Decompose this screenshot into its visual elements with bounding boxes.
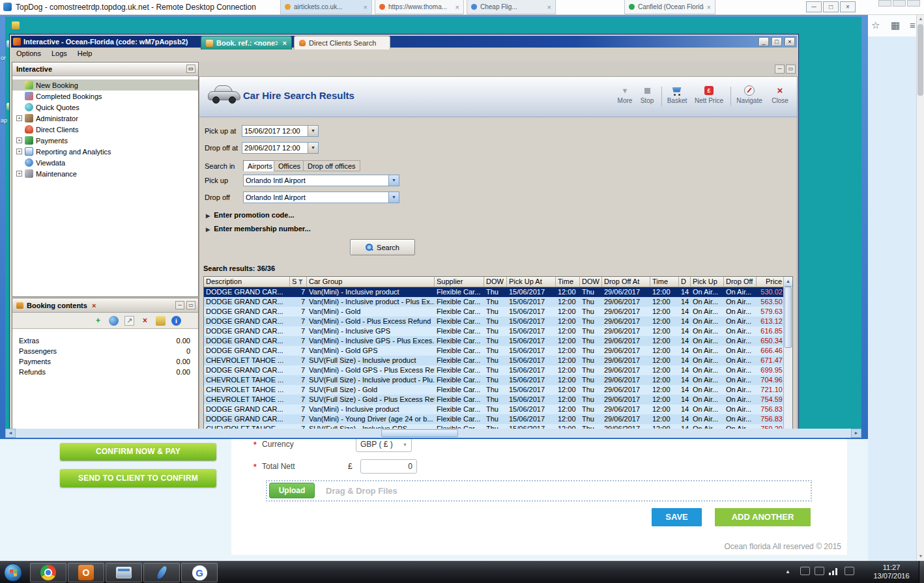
upload-button[interactable]: Upload (269, 483, 315, 498)
column-header-supplier[interactable]: Supplier (435, 277, 484, 287)
maximize-button[interactable]: □ (823, 1, 839, 12)
stop-button[interactable]: Stop (637, 84, 657, 111)
more-button[interactable]: ▼ More (614, 84, 636, 111)
result-row[interactable]: DODGE GRAND CAR...7Van(Mini) - Young Dri… (204, 414, 792, 424)
add-another-button[interactable]: ADD ANOTHER (715, 508, 811, 526)
column-header-seats[interactable]: S (290, 277, 307, 287)
scrollbar-thumb[interactable] (381, 429, 458, 437)
result-row[interactable]: DODGE GRAND CAR...7Van(Mini) - Inclusive… (204, 287, 792, 297)
panel-restore-icon[interactable]: ▭ (186, 64, 195, 73)
taskbar-app-feather[interactable] (143, 563, 180, 582)
confirm-now-pay-button[interactable]: CONFIRM NOW & PAY (60, 443, 216, 461)
result-row[interactable]: DODGE GRAND CAR...7Van(Mini) - Inclusive… (204, 326, 792, 336)
column-header-drop_off[interactable]: Drop Off (724, 277, 757, 287)
rdp-horizontal-scrollbar[interactable]: ◄ ► (5, 429, 861, 438)
panel-restore-icon[interactable]: ▭ (186, 301, 195, 309)
basket-button[interactable]: Basket (663, 84, 691, 111)
menu-help[interactable]: Help (72, 49, 98, 58)
booking-contents-row-extras[interactable]: Extras0.00 (12, 335, 198, 346)
nett-price-button[interactable]: £ Nett Price (691, 84, 727, 111)
close-tab-icon[interactable]: × (547, 3, 551, 11)
column-header-price[interactable]: Price (757, 277, 785, 287)
sidebar-item-completed-bookings[interactable]: +Completed Bookings (12, 91, 198, 102)
show-desktop-button[interactable] (919, 561, 924, 583)
favorites-star-icon[interactable]: ☆ (871, 20, 880, 31)
column-header-drop_off_at[interactable]: Drop Off At (602, 277, 650, 287)
result-row[interactable]: DODGE GRAND CAR...7Van(Mini) - Gold GPS … (204, 365, 792, 375)
expand-icon[interactable]: + (16, 115, 22, 121)
result-row[interactable]: DODGE GRAND CAR...7Van(Mini) - Inclusive… (204, 336, 792, 346)
window-control-cut[interactable] (893, 0, 906, 7)
search-button[interactable]: Search (350, 239, 415, 255)
tray-icon[interactable] (800, 567, 810, 575)
scroll-right-icon[interactable]: ► (851, 429, 861, 438)
browser-tab[interactable]: Cheap Flig...× (467, 0, 556, 14)
result-row[interactable]: DODGE GRAND CAR...7Van(Mini) - Gold GPSF… (204, 346, 792, 356)
column-header-description[interactable]: Description (204, 277, 290, 287)
pick-up-select[interactable]: Orlando Intl Airport ▼ (243, 175, 399, 186)
app-close-icon[interactable]: × (785, 37, 795, 46)
menu-hamburger-icon[interactable]: ≡ (910, 20, 916, 31)
close-results-button[interactable]: × Close (768, 84, 792, 111)
apps-grid-icon[interactable]: ▦ (891, 20, 900, 31)
result-row[interactable]: DODGE GRAND CAR...7Van(Mini) - Gold - Pl… (204, 317, 792, 326)
column-header-dow_drop[interactable]: DOW (580, 277, 602, 287)
column-header-dow_pick[interactable]: DOW (484, 277, 507, 287)
chevron-down-icon[interactable]: ▼ (308, 126, 318, 136)
app-titlebar[interactable]: Interactive - Ocean-Florida (code: wM7pA… (11, 36, 797, 48)
result-row[interactable]: CHEVROLET TAHOE ...7SUV(Full Size) - Gol… (204, 395, 792, 405)
save-button[interactable]: SAVE (652, 508, 702, 526)
scroll-up-icon[interactable]: ▲ (784, 277, 792, 287)
chevron-down-icon[interactable]: ▼ (308, 143, 318, 153)
show-hidden-icons[interactable]: ▲ (785, 569, 790, 575)
send-to-client-button[interactable]: SEND TO CLIENT TO CONFIRM (60, 469, 216, 487)
expand-icon[interactable]: + (16, 137, 22, 143)
expand-icon[interactable]: + (16, 171, 22, 177)
scrollbar-thumb[interactable] (785, 287, 792, 348)
booking-contents-row-payments[interactable]: Payments0.00 (12, 356, 198, 367)
expand-icon[interactable]: + (16, 149, 22, 154)
sidebar-item-viewdata[interactable]: +Viewdata (12, 157, 198, 168)
window-control-cut[interactable] (878, 0, 891, 7)
column-header-pick_time[interactable]: Time (556, 277, 580, 287)
delete-icon[interactable]: × (140, 316, 150, 326)
sidebar-item-reporting-and-analytics[interactable]: +Reporting and Analytics (12, 146, 198, 157)
sidebar-item-maintenance[interactable]: +Maintenance (12, 168, 198, 179)
chevron-down-icon[interactable]: ▼ (388, 175, 399, 186)
navigate-button[interactable]: Navigate (733, 84, 766, 111)
minimize-button[interactable]: ─ (806, 1, 822, 12)
browser-tab[interactable]: Canfield (Ocean Florida) In...× (624, 0, 715, 14)
start-button[interactable] (4, 563, 22, 582)
extras-icon[interactable] (156, 316, 166, 326)
drop-off-select[interactable]: Orlando Intl Airport ▼ (243, 192, 399, 203)
search-in-drop-off-offices[interactable]: Drop off offices (303, 160, 360, 171)
scrollbar-thumb[interactable] (917, 24, 923, 96)
close-tab-icon[interactable]: × (455, 3, 459, 11)
network-icon[interactable] (829, 568, 839, 575)
sidebar-item-new-booking[interactable]: +New Booking (12, 79, 198, 91)
close-button[interactable]: × (840, 1, 856, 12)
export-icon[interactable]: ↗ (124, 316, 134, 326)
sidebar-item-administrator[interactable]: +Administrator (12, 113, 198, 124)
window-control-cut[interactable] (907, 0, 920, 7)
panel-minimize-icon[interactable]: ─ (175, 301, 184, 309)
app-minimize-icon[interactable]: _ (758, 37, 769, 46)
result-row[interactable]: DODGE GRAND CAR...7Van(Mini) - Inclusive… (204, 405, 792, 414)
add-icon[interactable]: + (93, 316, 103, 326)
taskbar-explorer[interactable] (106, 563, 142, 582)
browser-tab[interactable]: https://www.thoma...× (375, 0, 464, 14)
table-scrollbar[interactable]: ▲ (783, 277, 792, 429)
browser-tab[interactable]: airtickets.co.uk...× (280, 0, 372, 14)
desktop-shortcut-icon[interactable] (12, 21, 20, 29)
column-header-pick_up_at[interactable]: Pick Up At (507, 277, 556, 287)
globe-icon[interactable] (109, 316, 119, 326)
booking-contents-header[interactable]: Booking contents × ─ ▭ (12, 298, 198, 313)
promotion-code-expander[interactable]: ▶Enter promotion code... (206, 211, 295, 219)
taskbar-chrome[interactable] (30, 563, 66, 582)
tab-booking-ref[interactable]: Book. ref.: <none> × (201, 36, 292, 50)
booking-contents-row-refunds[interactable]: Refunds0.00 (12, 367, 198, 377)
pick-up-at-field[interactable]: 15/06/2017 12:00 ▼ (242, 125, 319, 137)
result-row[interactable]: DODGE GRAND CAR...7Van(Mini) - Inclusive… (204, 297, 792, 307)
sidebar-item-direct-clients[interactable]: +Direct Clients (12, 124, 198, 135)
booking-contents-row-passengers[interactable]: Passengers0 (12, 346, 198, 356)
